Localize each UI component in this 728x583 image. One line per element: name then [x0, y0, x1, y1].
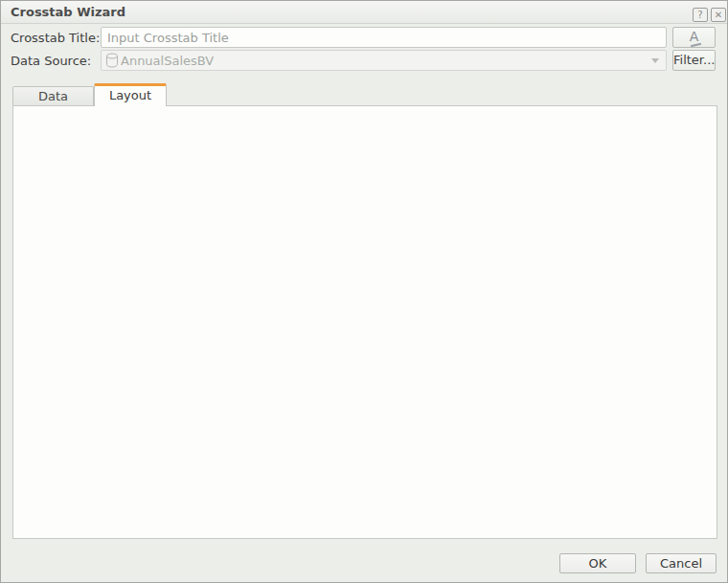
crosstab-title-label: Crosstab Title: — [11, 30, 100, 47]
tab-data[interactable]: Data — [12, 86, 94, 105]
titlebar[interactable]: Crosstab Wizard ? ✕ — [1, 1, 727, 24]
cancel-button[interactable]: Cancel — [646, 553, 717, 573]
font-icon: A — [690, 28, 699, 45]
tab-layout[interactable]: Layout — [94, 83, 167, 106]
data-source-label: Data Source: — [11, 53, 91, 70]
close-icon[interactable]: ✕ — [711, 8, 726, 22]
crosstab-wizard-dialog: Crosstab Wizard ? ✕ Crosstab Title: A Da… — [0, 0, 728, 583]
ok-button[interactable]: OK — [559, 553, 636, 573]
crosstab-title-input[interactable] — [101, 27, 667, 48]
font-button[interactable]: A — [672, 27, 716, 48]
layout-tab-panel — [12, 105, 717, 539]
help-icon[interactable]: ? — [693, 8, 708, 22]
data-source-value: AnnualSalesBV — [121, 54, 214, 68]
filter-button[interactable]: Filter... — [672, 50, 716, 71]
window-title: Crosstab Wizard — [11, 1, 125, 24]
data-source-combobox[interactable]: AnnualSalesBV — [101, 50, 667, 71]
chevron-down-icon — [651, 58, 659, 63]
database-icon — [105, 53, 119, 68]
